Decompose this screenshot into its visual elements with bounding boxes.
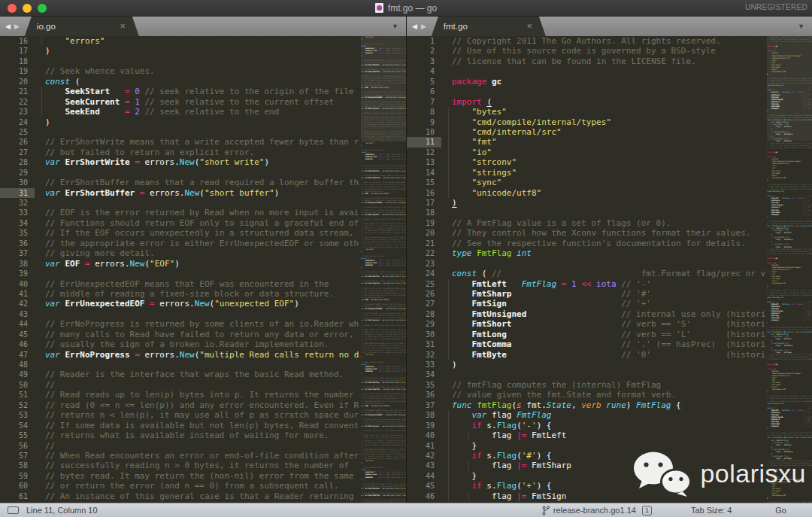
code-line[interactable]: 27 FmtSign // '+' xyxy=(407,299,765,309)
git-branch-status[interactable]: release-branch.go1.14 1 xyxy=(541,506,652,515)
tab-io-go[interactable]: io.go × xyxy=(25,17,139,36)
code-line[interactable]: 8 "bytes" xyxy=(407,107,765,117)
code-line[interactable]: 51// Read reads up to len(p) bytes into … xyxy=(0,390,359,400)
close-tab-icon[interactable]: × xyxy=(120,22,126,31)
code-line[interactable]: 25 FmtLeft FmtFlag = 1 << iota // '-' xyxy=(407,279,765,289)
code-line[interactable]: 41// middle of reading a fixed-size bloc… xyxy=(0,289,359,299)
title-bar[interactable]: fmt.go — go UNREGISTERED xyxy=(0,0,812,17)
minimize-window-button[interactable] xyxy=(23,4,32,13)
code-line[interactable]: 42var ErrUnexpectedEOF = errors.New("une… xyxy=(0,299,359,309)
code-line[interactable]: 22 SeekCurrent = 1 // seek relative to t… xyxy=(0,97,359,107)
code-line[interactable]: 36// value given the fmt.State and forma… xyxy=(407,390,765,400)
code-line[interactable]: 18 xyxy=(0,56,359,66)
code-line[interactable]: 10 "cmd/internal/src" xyxy=(407,127,765,137)
tab-fmt-go[interactable]: fmt.go × xyxy=(432,17,546,36)
nav-back-icon[interactable]: ◀ xyxy=(5,23,11,30)
syntax-indicator[interactable]: Go xyxy=(775,506,786,515)
code-line[interactable]: 60// or return the error (and n == 0) fr… xyxy=(0,481,359,491)
code-area[interactable]: 16 "errors"17)1819// Seek whence values.… xyxy=(0,36,359,503)
code-line[interactable]: 24) xyxy=(0,117,359,127)
code-line[interactable]: 44 } xyxy=(407,471,765,481)
code-line[interactable]: 26// ErrShortWrite means that a write ac… xyxy=(0,137,359,147)
code-line[interactable]: 16 "unicode/utf8" xyxy=(407,188,765,198)
code-line[interactable]: 21 SeekStart = 0 // seek relative to the… xyxy=(0,87,359,96)
code-line[interactable]: 31 FmtComma // '.' (== hasPrec) (histori… xyxy=(407,339,765,349)
code-line[interactable]: 33) xyxy=(407,360,765,370)
code-area[interactable]: 1// Copyright 2011 The Go Authors. All r… xyxy=(407,36,765,503)
code-line[interactable]: 17) xyxy=(407,198,765,208)
zoom-window-button[interactable] xyxy=(38,4,47,13)
code-line[interactable]: 27// but failed to return an explicit er… xyxy=(0,147,359,157)
code-line[interactable]: 31var ErrShortBuffer = errors.New("short… xyxy=(0,188,359,198)
code-line[interactable]: 43 xyxy=(0,309,359,319)
code-line[interactable]: 2// Use of this source code is governed … xyxy=(407,46,765,56)
code-line[interactable]: 39 if s.Flag('-') { xyxy=(407,421,765,430)
code-line[interactable]: 55// returns what is available instead o… xyxy=(0,430,359,440)
minimap-viewport[interactable] xyxy=(361,36,406,141)
code-line[interactable]: 21// See the respective function's docum… xyxy=(407,239,765,248)
code-line[interactable]: 35// fmtFlag computes the (internal) Fmt… xyxy=(407,380,765,390)
code-line[interactable]: 9 "cmd/compile/internal/types" xyxy=(407,117,765,127)
code-line[interactable]: 49// Reader is the interface that wraps … xyxy=(0,370,359,379)
code-line[interactable]: 3// license that can be found in the LIC… xyxy=(407,56,765,66)
nav-forward-icon[interactable]: ▶ xyxy=(421,23,426,30)
code-line[interactable]: 45// many calls to Read have failed to r… xyxy=(0,330,359,339)
tab-overflow-dropdown-icon[interactable]: ▼ xyxy=(392,17,398,36)
code-line[interactable]: 30 FmtLong // verb == 'L' (historic: l f… xyxy=(407,330,765,339)
code-line[interactable]: 28var ErrShortWrite = errors.New("short … xyxy=(0,157,359,167)
code-line[interactable]: 28 FmtUnsigned // internal use only (his… xyxy=(407,309,765,319)
code-line[interactable]: 34 xyxy=(407,370,765,379)
code-line[interactable]: 44// ErrNoProgress is returned by some c… xyxy=(0,319,359,329)
code-line[interactable]: 41 } xyxy=(407,441,765,451)
code-line[interactable]: 48 xyxy=(0,360,359,370)
code-line[interactable]: 40// ErrUnexpectedEOF means that EOF was… xyxy=(0,279,359,289)
code-line[interactable]: 38var EOF = errors.New("EOF") xyxy=(0,259,359,269)
code-line[interactable]: 35// If the EOF occurs unexpectedly in a… xyxy=(0,228,359,238)
code-line[interactable]: 22type FmtFlag int xyxy=(407,248,765,258)
close-tab-icon[interactable]: × xyxy=(527,22,532,31)
code-line[interactable]: 61// An instance of this general case is… xyxy=(0,491,359,501)
code-line[interactable]: 15 "sync" xyxy=(407,178,765,187)
code-line[interactable]: 46// usually the sign of a broken io.Rea… xyxy=(0,339,359,349)
code-line[interactable]: 59// bytes read. It may return the (non-… xyxy=(0,471,359,481)
code-line[interactable]: 11 "fmt" xyxy=(407,137,765,147)
editor-left[interactable]: 16 "errors"17)1819// Seek whence values.… xyxy=(0,36,406,503)
code-line[interactable]: 29 xyxy=(0,168,359,178)
code-line[interactable]: 45 if s.Flag('+') { xyxy=(407,481,765,491)
minimap[interactable]: // Copyright 2011 The Go Authors. All ri… xyxy=(767,36,812,503)
code-line[interactable]: 43 flag |= FmtSharp xyxy=(407,461,765,470)
code-line[interactable]: 37// giving more detail. xyxy=(0,248,359,258)
code-line[interactable]: 58// successfully reading n > 0 bytes, i… xyxy=(0,461,359,470)
code-line[interactable]: 24const ( // fmt.Format flag/prec or ver… xyxy=(407,269,765,278)
code-line[interactable]: 6 xyxy=(407,87,765,96)
code-line[interactable]: 52// read (0 <= n <= len(p)) and any err… xyxy=(0,400,359,410)
tab-overflow-dropdown-icon[interactable]: ▼ xyxy=(798,17,804,36)
code-line[interactable]: 33// EOF is the error returned by Read w… xyxy=(0,208,359,217)
minimap-viewport[interactable] xyxy=(767,36,812,141)
code-line[interactable]: 56// xyxy=(0,441,359,451)
code-line[interactable]: 7import ( xyxy=(407,97,765,107)
code-line[interactable]: 20const ( xyxy=(0,77,359,87)
code-line[interactable]: 13 "strconv" xyxy=(407,157,765,167)
code-line[interactable]: 1// Copyright 2011 The Go Authors. All r… xyxy=(407,36,765,46)
code-line[interactable]: 26 FmtSharp // '#' xyxy=(407,289,765,299)
code-line[interactable]: 29 FmtShort // verb == 'S' (historic: h … xyxy=(407,319,765,329)
nav-back-icon[interactable]: ◀ xyxy=(412,23,417,30)
code-line[interactable]: 47var ErrNoProgress = errors.New("multip… xyxy=(0,350,359,360)
code-line[interactable]: 16 "errors" xyxy=(0,36,359,46)
code-line[interactable]: 18 xyxy=(407,208,765,217)
code-line[interactable]: 19// A FmtFlag value is a set of flags (… xyxy=(407,218,765,228)
code-line[interactable]: 38 var flag FmtFlag xyxy=(407,410,765,420)
code-line[interactable]: 19// Seek whence values. xyxy=(0,66,359,76)
panel-toggle-icon[interactable] xyxy=(8,506,19,514)
code-line[interactable]: 17) xyxy=(0,46,359,56)
tab-size-indicator[interactable]: Tab Size: 4 xyxy=(691,506,732,515)
code-line[interactable]: 57// When Read encounters an error or en… xyxy=(0,451,359,461)
code-line[interactable]: 34// Functions should return EOF only to… xyxy=(0,218,359,228)
editor-right[interactable]: 1// Copyright 2011 The Go Authors. All r… xyxy=(407,36,812,503)
code-line[interactable]: 20// They control how the Xconv function… xyxy=(407,228,765,238)
code-line[interactable]: 53// returns n < len(p), it may use all … xyxy=(0,410,359,420)
minimap[interactable]: "errors")// Seek whence values.const ( S… xyxy=(361,36,406,503)
code-line[interactable]: 54// If some data is available but not l… xyxy=(0,421,359,430)
code-line[interactable]: 30// ErrShortBuffer means that a read re… xyxy=(0,178,359,187)
